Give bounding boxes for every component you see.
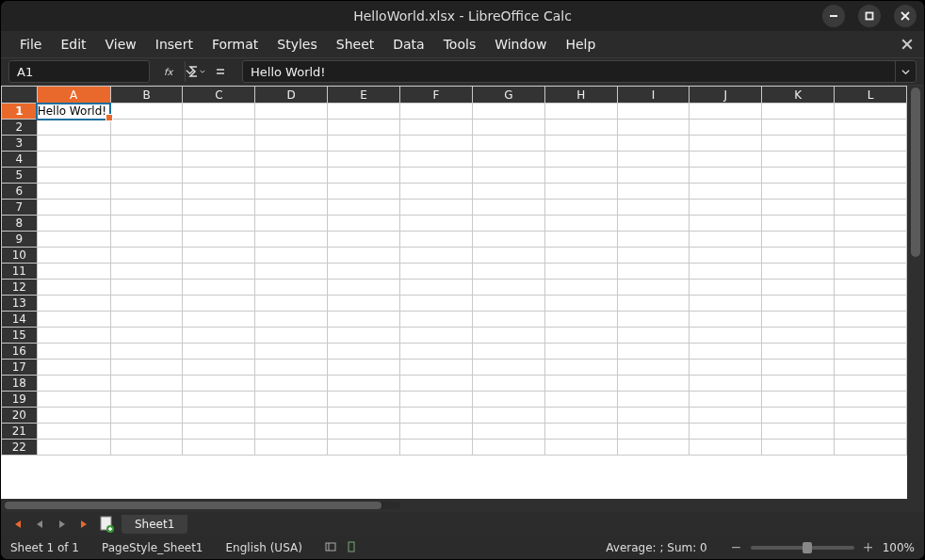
horizontal-scrollbar[interactable] [1, 499, 924, 512]
cell-D7[interactable] [255, 200, 328, 216]
cell-D19[interactable] [255, 392, 328, 408]
cell-I11[interactable] [617, 264, 690, 280]
cell-F11[interactable] [400, 264, 473, 280]
cell-L14[interactable] [835, 312, 907, 328]
cell-F7[interactable] [400, 200, 473, 216]
cell-I14[interactable] [617, 312, 690, 328]
cell-H22[interactable] [544, 440, 617, 456]
cell-G3[interactable] [472, 136, 544, 152]
cell-J1[interactable] [690, 104, 762, 120]
cell-A3[interactable] [37, 136, 110, 152]
cell-A7[interactable] [37, 200, 110, 216]
cell-L6[interactable] [835, 184, 907, 200]
row-header-20[interactable]: 20 [2, 408, 38, 424]
sheet-tab[interactable]: Sheet1 [122, 515, 187, 534]
cell-L2[interactable] [835, 120, 907, 136]
row-header-11[interactable]: 11 [2, 264, 38, 280]
cell-C14[interactable] [183, 312, 255, 328]
cell-A9[interactable] [37, 232, 110, 248]
cell-J8[interactable] [690, 216, 762, 232]
cell-B11[interactable] [110, 264, 183, 280]
cell-B7[interactable] [110, 200, 183, 216]
cell-L17[interactable] [835, 360, 907, 376]
cell-I8[interactable] [617, 216, 690, 232]
cell-I2[interactable] [617, 120, 690, 136]
cell-J13[interactable] [690, 296, 762, 312]
cell-I19[interactable] [617, 392, 690, 408]
row-header-17[interactable]: 17 [2, 360, 38, 376]
cell-F12[interactable] [400, 280, 473, 296]
cell-J4[interactable] [690, 152, 762, 168]
cell-G18[interactable] [472, 376, 544, 392]
cell-C19[interactable] [183, 392, 255, 408]
cell-D22[interactable] [255, 440, 328, 456]
menu-window[interactable]: Window [485, 33, 556, 56]
cell-F16[interactable] [400, 344, 473, 360]
cell-F14[interactable] [400, 312, 473, 328]
cell-E22[interactable] [328, 440, 400, 456]
cell-B1[interactable] [110, 104, 183, 120]
cell-E8[interactable] [328, 216, 400, 232]
row-header-5[interactable]: 5 [2, 168, 38, 184]
cell-H21[interactable] [544, 424, 617, 440]
cell-C8[interactable] [183, 216, 255, 232]
cell-I20[interactable] [617, 408, 690, 424]
row-header-21[interactable]: 21 [2, 424, 38, 440]
column-header-J[interactable]: J [690, 87, 762, 104]
cell-H10[interactable] [544, 248, 617, 264]
column-header-A[interactable]: A [37, 87, 110, 104]
close-button[interactable] [894, 5, 917, 27]
cell-D20[interactable] [255, 408, 328, 424]
row-header-1[interactable]: 1 [2, 104, 38, 120]
cell-B16[interactable] [110, 344, 183, 360]
cell-F8[interactable] [400, 216, 473, 232]
cell-K18[interactable] [762, 376, 835, 392]
cell-B14[interactable] [110, 312, 183, 328]
cell-G2[interactable] [472, 120, 544, 136]
cell-I9[interactable] [617, 232, 690, 248]
cell-H2[interactable] [544, 120, 617, 136]
cell-I3[interactable] [617, 136, 690, 152]
cell-A2[interactable] [37, 120, 110, 136]
cell-A10[interactable] [37, 248, 110, 264]
cell-I21[interactable] [617, 424, 690, 440]
cell-I12[interactable] [617, 280, 690, 296]
cell-E1[interactable] [328, 104, 400, 120]
insert-mode-icon[interactable] [325, 541, 336, 555]
cell-A8[interactable] [37, 216, 110, 232]
cell-G7[interactable] [472, 200, 544, 216]
cell-J21[interactable] [690, 424, 762, 440]
cell-E19[interactable] [328, 392, 400, 408]
cell-G9[interactable] [472, 232, 544, 248]
cell-B9[interactable] [110, 232, 183, 248]
cell-C20[interactable] [183, 408, 255, 424]
cell-B18[interactable] [110, 376, 183, 392]
sum-button[interactable] [186, 61, 206, 82]
column-header-E[interactable]: E [328, 87, 400, 104]
cell-H19[interactable] [544, 392, 617, 408]
cell-E21[interactable] [328, 424, 400, 440]
row-header-8[interactable]: 8 [2, 216, 38, 232]
cell-F10[interactable] [400, 248, 473, 264]
cell-E13[interactable] [328, 296, 400, 312]
cell-C22[interactable] [183, 440, 255, 456]
row-header-2[interactable]: 2 [2, 120, 38, 136]
cell-I16[interactable] [617, 344, 690, 360]
cell-E17[interactable] [328, 360, 400, 376]
vertical-scroll-thumb[interactable] [911, 88, 920, 257]
cell-D1[interactable] [255, 104, 328, 120]
cell-K5[interactable] [762, 168, 835, 184]
cell-E3[interactable] [328, 136, 400, 152]
close-document-button[interactable] [898, 35, 917, 54]
cell-J7[interactable] [690, 200, 762, 216]
cell-B20[interactable] [110, 408, 183, 424]
cell-G14[interactable] [472, 312, 544, 328]
menu-sheet[interactable]: Sheet [327, 33, 383, 56]
cell-H6[interactable] [544, 184, 617, 200]
cell-B22[interactable] [110, 440, 183, 456]
cell-G6[interactable] [472, 184, 544, 200]
cell-C13[interactable] [183, 296, 255, 312]
cell-L22[interactable] [835, 440, 907, 456]
cell-E20[interactable] [328, 408, 400, 424]
column-header-L[interactable]: L [835, 87, 907, 104]
